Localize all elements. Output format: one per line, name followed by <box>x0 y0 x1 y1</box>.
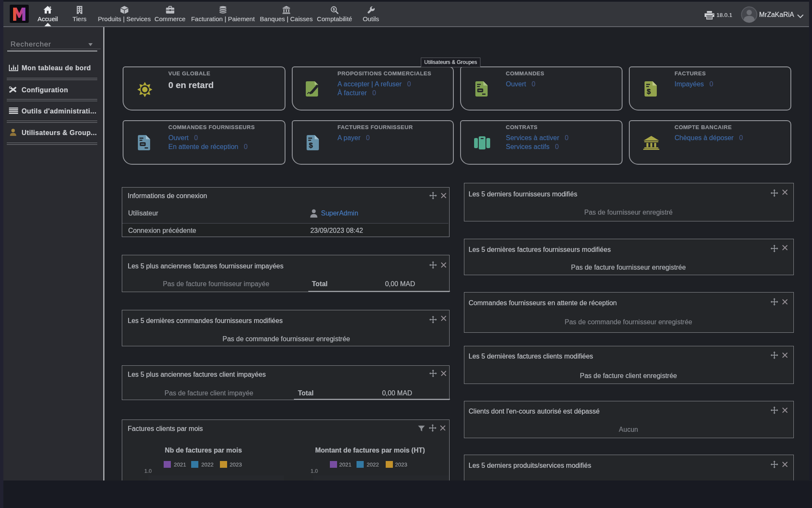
svg-text:$: $ <box>309 141 313 149</box>
svg-text:$: $ <box>647 88 651 96</box>
svg-text:$: $ <box>333 7 335 11</box>
